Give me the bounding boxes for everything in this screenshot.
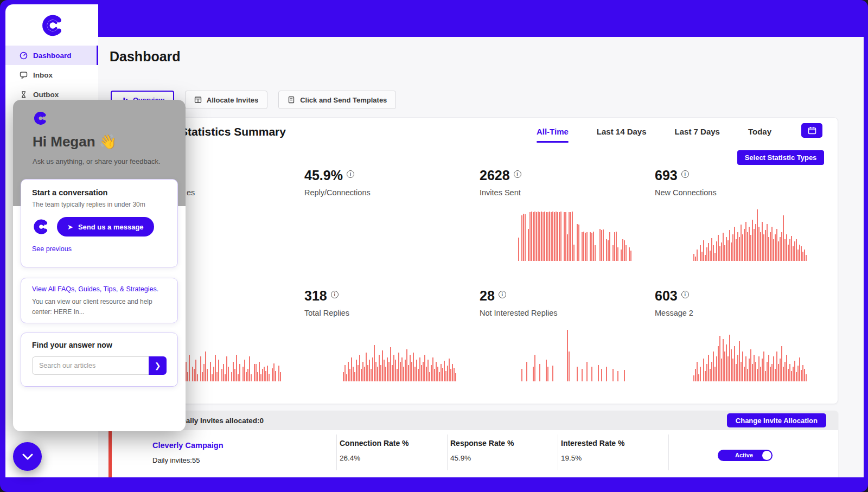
time-filter-last-14-days[interactable]: Last 14 Days bbox=[597, 127, 647, 143]
main-content: Dashboard Overview Allocate Invites bbox=[98, 37, 864, 477]
stat-label: es bbox=[187, 188, 283, 199]
stat-cell: 603i Message 2 bbox=[655, 288, 808, 381]
stat-cell: 28i Not Interested Replies bbox=[480, 288, 633, 381]
stat-label: Not Interested Replies bbox=[480, 309, 633, 320]
campaign-name-link[interactable]: Cleverly Campaign bbox=[152, 441, 224, 450]
conversation-card-title: Start a conversation bbox=[32, 188, 167, 197]
change-invite-allocation-button[interactable]: Change Invite Allocation bbox=[727, 413, 826, 427]
stat-value: 28i bbox=[480, 288, 633, 304]
chat-greeting: Hi Megan 👋 bbox=[33, 133, 117, 150]
toggle-knob[interactable] bbox=[762, 451, 771, 460]
sparkline-chart bbox=[518, 330, 633, 381]
sparkline-chart bbox=[518, 209, 633, 261]
time-filter-today[interactable]: Today bbox=[748, 127, 771, 143]
conversation-card-subtitle: The team typically replies in under 30m bbox=[32, 201, 167, 208]
campaign-response-rate: Response Rate % 45.9% bbox=[450, 439, 514, 462]
toggle-label: Active bbox=[735, 452, 753, 458]
campaign-active-toggle[interactable]: Active bbox=[718, 450, 773, 461]
invites-allocated-text: Daily Invites allocated:0 bbox=[181, 417, 264, 425]
conversation-action-row: ➤ Send us a message bbox=[32, 217, 167, 237]
select-statistic-types-button[interactable]: Select Statistic Types bbox=[737, 150, 824, 165]
stat-label: Invites Sent bbox=[480, 188, 633, 199]
statistics-panel: Statistics Summary All-Time Last 14 Days… bbox=[108, 117, 838, 404]
tab-label: Click and Send Templates bbox=[300, 96, 387, 104]
campaign-row: Cleverly Campaign Daily invites:55 Conne… bbox=[108, 430, 838, 477]
tab-label: Allocate Invites bbox=[207, 96, 258, 104]
stat-value: 603i bbox=[655, 288, 808, 304]
info-icon[interactable]: i bbox=[681, 170, 689, 178]
campaigns-section: Daily Invites allocated:0 Change Invite … bbox=[108, 411, 838, 477]
campaign-connection-rate: Connection Rate % 26.4% bbox=[340, 439, 409, 462]
stat-cell: 693i New Connections bbox=[655, 168, 808, 261]
article-search-submit-button[interactable]: ❯ bbox=[149, 356, 167, 375]
column-header: Interested Rate % bbox=[561, 439, 624, 448]
stat-label: New Connections bbox=[655, 188, 808, 199]
column-value: 19.5% bbox=[561, 454, 624, 462]
chat-widget: Hi Megan 👋 Ask us anything, or share you… bbox=[13, 100, 186, 431]
hourglass-icon bbox=[20, 91, 28, 99]
info-icon[interactable]: i bbox=[499, 291, 506, 298]
send-message-label: Send us a message bbox=[78, 223, 144, 231]
article-search-input[interactable] bbox=[32, 356, 149, 375]
chevron-down-icon bbox=[22, 453, 33, 460]
stat-cell: 45.9%i Reply/Connections bbox=[304, 168, 458, 199]
statistics-title: Statistics Summary bbox=[180, 125, 286, 138]
stat-label: Total Replies bbox=[304, 309, 458, 320]
start-conversation-card: Start a conversation The team typically … bbox=[21, 179, 178, 267]
time-filter-all-time[interactable]: All-Time bbox=[537, 127, 569, 143]
sidebar-item-dashboard[interactable]: Dashboard bbox=[5, 46, 98, 65]
paper-plane-icon: ➤ bbox=[67, 223, 73, 231]
dashboard-icon bbox=[20, 52, 28, 60]
stat-value: 45.9%i bbox=[304, 168, 458, 184]
search-articles-card: Find your answer now ❯ bbox=[21, 333, 178, 387]
column-value: 45.9% bbox=[450, 454, 514, 462]
chat-bubble-icon bbox=[20, 71, 28, 79]
stat-value: 318i bbox=[304, 288, 458, 304]
calendar-icon bbox=[808, 126, 816, 135]
document-icon bbox=[288, 96, 295, 104]
sidebar-item-label: Outbox bbox=[33, 91, 59, 99]
faq-card: View All FAQs, Guides, Tips, & Strategie… bbox=[21, 278, 178, 323]
app-frame: Dashboard Inbox Outbox Dashboard bbox=[0, 0, 868, 492]
tab-allocate-invites[interactable]: Allocate Invites bbox=[185, 91, 267, 109]
info-icon[interactable]: i bbox=[331, 291, 339, 298]
time-filter-last-7-days[interactable]: Last 7 Days bbox=[675, 127, 720, 143]
calendar-button[interactable] bbox=[801, 123, 822, 138]
chat-minimize-button[interactable] bbox=[13, 442, 42, 471]
sparkline-chart bbox=[693, 209, 808, 261]
chat-subtitle: Ask us anything, or share your feedback. bbox=[33, 157, 161, 165]
grid-icon bbox=[194, 96, 202, 104]
sidebar-item-inbox[interactable]: Inbox bbox=[5, 65, 98, 85]
cleverly-logo bbox=[5, 4, 98, 46]
column-divider bbox=[336, 435, 337, 470]
cleverly-logo-small bbox=[33, 111, 48, 128]
stat-label: Message 2 bbox=[655, 309, 808, 320]
sparkline-chart bbox=[343, 330, 458, 381]
stat-cell: 2628i Invites Sent bbox=[480, 168, 633, 261]
campaign-daily-invites: Daily invites:55 bbox=[152, 456, 200, 464]
search-card-title: Find your answer now bbox=[32, 341, 167, 349]
sidebar-nav: Dashboard Inbox Outbox bbox=[5, 46, 98, 104]
cleverly-avatar bbox=[32, 218, 49, 235]
stat-cell: 318i Total Replies bbox=[304, 288, 458, 381]
invite-allocation-bar: Daily Invites allocated:0 Change Invite … bbox=[108, 411, 838, 430]
sidebar-item-label: Inbox bbox=[33, 71, 53, 79]
sparkline-chart bbox=[693, 330, 808, 381]
see-previous-link[interactable]: See previous bbox=[32, 245, 167, 253]
faq-description: You can view our client resource and hel… bbox=[32, 297, 167, 317]
stat-label: Reply/Connections bbox=[304, 188, 458, 199]
info-icon[interactable]: i bbox=[514, 170, 521, 178]
column-header: Connection Rate % bbox=[340, 439, 409, 448]
page-title: Dashboard bbox=[110, 49, 181, 65]
stat-value: 693i bbox=[655, 168, 808, 184]
campaign-status-stripe bbox=[108, 430, 112, 477]
send-message-button[interactable]: ➤ Send us a message bbox=[57, 217, 154, 237]
info-icon[interactable]: i bbox=[681, 291, 689, 298]
time-filter-bar: All-Time Last 14 Days Last 7 Days Today bbox=[537, 127, 771, 143]
view-faqs-link[interactable]: View All FAQs, Guides, Tips, & Strategie… bbox=[32, 285, 167, 293]
column-divider bbox=[447, 435, 448, 470]
article-search-row: ❯ bbox=[32, 356, 167, 375]
column-header: Response Rate % bbox=[450, 439, 514, 448]
tab-click-and-send-templates[interactable]: Click and Send Templates bbox=[278, 91, 396, 109]
info-icon[interactable]: i bbox=[347, 170, 354, 178]
